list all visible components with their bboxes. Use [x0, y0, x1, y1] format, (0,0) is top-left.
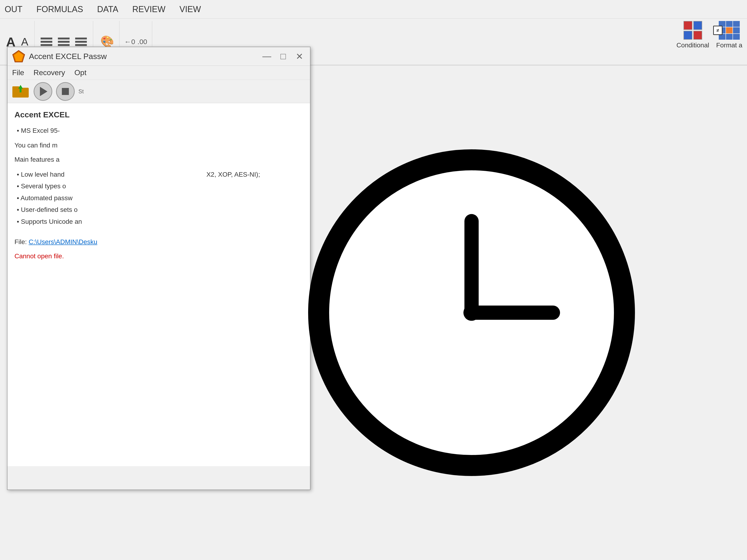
stop-button[interactable] — [56, 82, 75, 101]
svg-rect-4 — [12, 86, 19, 89]
svg-text:🎨: 🎨 — [100, 35, 113, 48]
menu-item-review[interactable]: REVIEW — [132, 4, 165, 14]
number-left-arrow: ←0 — [124, 38, 135, 46]
conditional-label: Conditional — [676, 42, 709, 49]
file-path-link[interactable]: C:\Users\ADMIN\Desku — [29, 238, 97, 245]
menu-options[interactable]: Opt — [75, 69, 86, 77]
font-a-small-icon: A — [21, 35, 28, 48]
start-button[interactable] — [34, 82, 52, 101]
bullet-list-1: • MS Excel 95- — [17, 125, 303, 136]
maximize-button[interactable]: □ — [277, 51, 289, 61]
clock-face — [308, 149, 635, 476]
menu-item-out[interactable]: OUT — [5, 4, 22, 14]
feature-list: • Low level hand X2, XOP, AES-NI); • Sev… — [17, 169, 303, 228]
menu-item-formulas[interactable]: FORMULAS — [36, 4, 83, 14]
ribbon-menu: OUT FORMULAS DATA REVIEW VIEW — [0, 0, 747, 19]
accent-logo-icon — [12, 50, 25, 63]
window-title: Accent EXCEL Passw — [29, 52, 257, 61]
clock-hands-svg — [329, 170, 614, 455]
window-toolbar: St — [7, 80, 310, 103]
menu-recovery[interactable]: Recovery — [34, 69, 65, 77]
error-message: Cannot open file. — [15, 251, 303, 262]
window-titlebar: Accent EXCEL Passw — □ ✕ — [7, 47, 310, 66]
folder-icon — [12, 84, 29, 99]
window-content: Accent EXCEL • MS Excel 95- You can find… — [7, 103, 310, 466]
play-icon — [40, 87, 47, 96]
svg-rect-6 — [20, 89, 22, 92]
file-path-line: File: C:\Users\ADMIN\Desku — [15, 237, 303, 247]
para-find: You can find m — [15, 140, 303, 151]
conditional-formatting-button[interactable]: ≠ Conditional — [676, 21, 709, 49]
minimize-button[interactable]: — — [261, 51, 273, 61]
open-folder-button[interactable] — [11, 82, 30, 101]
clock-overlay — [308, 149, 635, 476]
align-center-icon — [58, 37, 70, 46]
menu-item-view[interactable]: VIEW — [180, 4, 201, 14]
menu-item-data[interactable]: DATA — [97, 4, 118, 14]
feature-3: • Automated passw — [17, 192, 303, 204]
content-title: Accent EXCEL — [15, 110, 303, 119]
format-as-label: Format a — [716, 42, 742, 49]
align-center-button[interactable] — [56, 36, 71, 47]
align-left-button[interactable] — [39, 36, 54, 47]
file-info: File: C:\Users\ADMIN\Desku Cannot open f… — [15, 237, 303, 262]
para-features: Main features a — [15, 155, 303, 165]
align-lines-icon — [41, 37, 52, 46]
feature-1: • Low level hand X2, XOP, AES-NI); — [17, 169, 303, 180]
number-decimal: .00 — [137, 38, 147, 46]
feature-2: • Several types o — [17, 180, 303, 192]
close-button[interactable]: ✕ — [294, 51, 305, 61]
bullet-ms-excel: • MS Excel 95- — [17, 125, 303, 136]
feature-5: • Supports Unicode an — [17, 216, 303, 228]
start-label: St — [78, 88, 84, 95]
format-as-table-button[interactable]: Format a — [716, 21, 742, 49]
menu-file[interactable]: File — [12, 69, 24, 77]
accent-window: Accent EXCEL Passw — □ ✕ File Recovery O… — [7, 47, 310, 490]
align-right-button[interactable] — [74, 36, 88, 47]
window-menu: File Recovery Opt — [7, 66, 310, 80]
window-controls: — □ ✕ — [261, 51, 305, 61]
stop-icon — [62, 88, 69, 95]
align-right-icon — [75, 37, 87, 46]
feature-4: • User-defined sets o — [17, 204, 303, 216]
